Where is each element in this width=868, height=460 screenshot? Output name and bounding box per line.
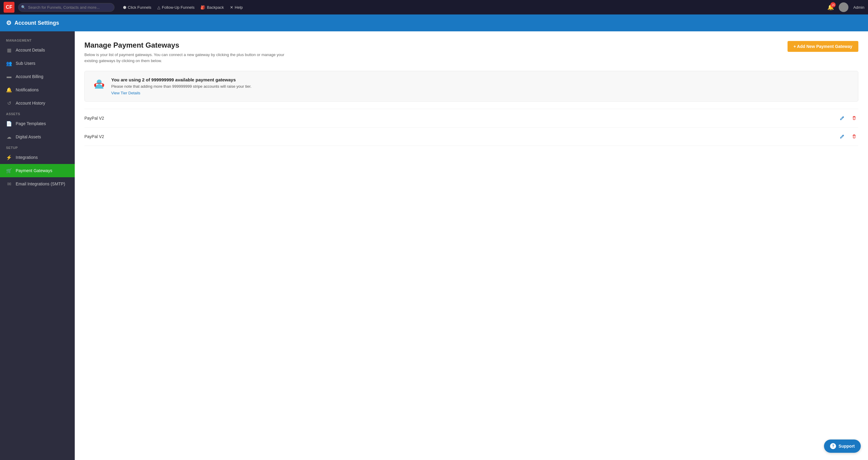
edit-gateway-1-button[interactable] <box>838 114 846 122</box>
gateway-actions-1 <box>838 114 858 122</box>
notifications-icon: 🔔 <box>6 87 12 93</box>
section-label-assets: Assets <box>0 110 75 117</box>
support-question-icon: ? <box>830 443 836 449</box>
click-funnels-icon: ⬢ <box>123 5 126 10</box>
info-box: You are using 2 of 999999999 available p… <box>84 71 858 101</box>
nav-link-help[interactable]: ✕ Help <box>230 5 243 10</box>
gateways-list: PayPal V2 PayPal V2 <box>84 109 858 146</box>
trash-icon <box>852 134 857 139</box>
notification-badge: 16 <box>830 2 836 7</box>
gateway-row-2: PayPal V2 <box>84 127 858 146</box>
gateway-name-2: PayPal V2 <box>84 134 104 139</box>
sidebar-item-account-history[interactable]: ↺ Account History <box>0 96 75 110</box>
header-bar: ⚙ Account Settings <box>0 14 868 31</box>
top-navigation: CF 🔍 ⬢ Click Funnels △ Follow-Up Funnels… <box>0 0 868 14</box>
sidebar-item-integrations[interactable]: ⚡ Integrations <box>0 151 75 164</box>
info-box-title: You are using 2 of 999999999 available p… <box>111 77 251 82</box>
users-icon: 👥 <box>6 60 12 66</box>
top-nav-links: ⬢ Click Funnels △ Follow-Up Funnels 🎒 Ba… <box>123 5 243 10</box>
section-label-setup: Setup <box>0 144 75 151</box>
sidebar-item-payment-gateways[interactable]: 🛒 Payment Gateways <box>0 164 75 177</box>
follow-up-funnels-icon: △ <box>157 5 160 10</box>
sidebar-item-page-templates[interactable]: 📄 Page Templates <box>0 117 75 130</box>
view-tier-details-link[interactable]: View Tier Details <box>111 91 141 95</box>
page-header: Manage Payment Gateways Below is your li… <box>84 41 858 64</box>
info-box-content: You are using 2 of 999999999 available p… <box>111 77 251 95</box>
email-icon: ✉ <box>6 181 12 187</box>
main-content: Manage Payment Gateways Below is your li… <box>75 31 868 460</box>
svg-point-0 <box>97 80 101 84</box>
delete-gateway-2-button[interactable] <box>850 132 858 141</box>
page-templates-icon: 📄 <box>6 121 12 127</box>
backpack-icon: 🎒 <box>200 5 205 10</box>
sidebar-item-account-details[interactable]: ▦ Account Details <box>0 43 75 57</box>
digital-assets-icon: ☁ <box>6 134 12 140</box>
sidebar-item-email-integrations[interactable]: ✉ Email Integrations (SMTP) <box>0 177 75 190</box>
header-bar-title: ⚙ Account Settings <box>6 19 59 27</box>
integrations-icon: ⚡ <box>6 154 12 160</box>
top-nav-right: 🔔 16 Admin <box>827 2 864 12</box>
info-box-avatar-icon <box>92 77 106 93</box>
page-title: Manage Payment Gateways <box>84 41 296 50</box>
avatar[interactable] <box>839 2 848 12</box>
history-icon: ↺ <box>6 100 12 106</box>
page-description: Below is your list of payment gateways. … <box>84 52 296 64</box>
billing-icon: ▬ <box>6 73 12 80</box>
building-icon: ▦ <box>6 47 12 53</box>
search-icon: 🔍 <box>21 5 26 9</box>
edit-gateway-2-button[interactable] <box>838 132 846 141</box>
logo[interactable]: CF <box>4 2 14 13</box>
sidebar-item-digital-assets[interactable]: ☁ Digital Assets <box>0 130 75 144</box>
info-box-text: Please note that adding more than 999999… <box>111 84 251 89</box>
support-button[interactable]: ? Support <box>824 439 861 453</box>
edit-icon <box>840 134 844 139</box>
trash-icon <box>852 116 857 121</box>
delete-gateway-1-button[interactable] <box>850 114 858 122</box>
sidebar-item-sub-users[interactable]: 👥 Sub Users <box>0 57 75 70</box>
help-icon: ✕ <box>230 5 233 10</box>
nav-link-follow-up-funnels[interactable]: △ Follow-Up Funnels <box>157 5 194 10</box>
section-label-management: Management <box>0 36 75 43</box>
settings-gear-icon: ⚙ <box>6 19 11 27</box>
notification-button[interactable]: 🔔 16 <box>827 4 834 10</box>
sidebar-item-account-billing[interactable]: ▬ Account Billing <box>0 70 75 83</box>
admin-label: Admin <box>853 5 864 10</box>
sidebar: Management ▦ Account Details 👥 Sub Users… <box>0 31 75 460</box>
gateway-name-1: PayPal V2 <box>84 116 104 121</box>
search-wrapper: 🔍 <box>18 3 115 12</box>
main-layout: Management ▦ Account Details 👥 Sub Users… <box>0 31 868 460</box>
gateway-row-1: PayPal V2 <box>84 109 858 127</box>
gateway-actions-2 <box>838 132 858 141</box>
support-person-icon <box>92 77 106 92</box>
cart-icon: 🛒 <box>6 167 12 174</box>
edit-icon <box>840 116 844 121</box>
sidebar-item-notifications[interactable]: 🔔 Notifications <box>0 83 75 96</box>
search-input[interactable] <box>18 3 115 12</box>
page-header-text: Manage Payment Gateways Below is your li… <box>84 41 296 64</box>
nav-link-backpack[interactable]: 🎒 Backpack <box>200 5 224 10</box>
nav-link-click-funnels[interactable]: ⬢ Click Funnels <box>123 5 151 10</box>
add-gateway-button[interactable]: + Add New Payment Gateway <box>787 41 858 52</box>
